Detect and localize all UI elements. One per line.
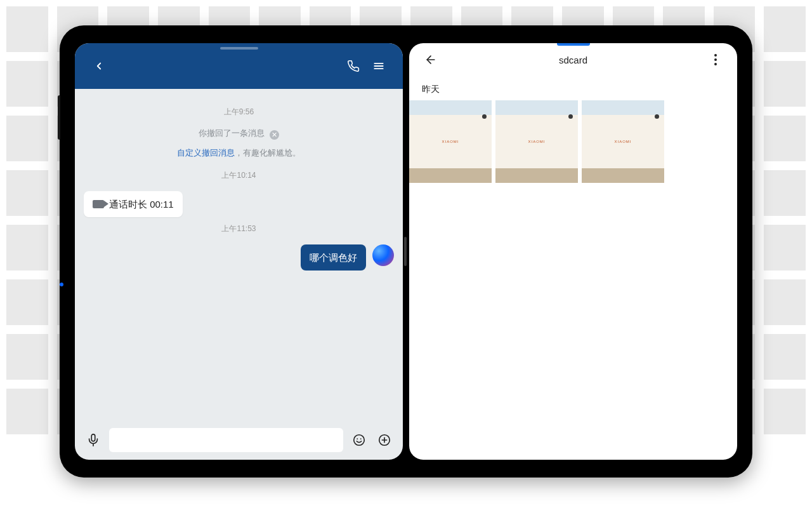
camera-dot-icon [482, 114, 487, 119]
gallery-title: sdcard [559, 55, 587, 65]
gallery-app-pane: sdcard 昨天 XIAOMI XIAOMI XIAOMI [409, 43, 737, 460]
thumbnail-brand-label: XIAOMI [614, 140, 631, 144]
video-icon [93, 200, 104, 208]
tab-indicator [557, 43, 590, 46]
drag-handle[interactable] [220, 47, 258, 50]
menu-button[interactable] [366, 53, 391, 79]
tablet-frame: 上午9:56 你撤回了一条消息 ✕ 自定义撤回消息，有趣化解尴尬。 上午10:1… [60, 25, 752, 478]
call-button[interactable] [341, 53, 366, 79]
back-button[interactable] [86, 53, 112, 79]
smile-icon [352, 433, 366, 447]
chat-app-pane: 上午9:56 你撤回了一条消息 ✕ 自定义撤回消息，有趣化解尴尬。 上午10:1… [75, 43, 403, 460]
timestamp: 上午9:56 [84, 107, 394, 117]
recall-notice: 你撤回了一条消息 ✕ [84, 128, 394, 140]
recall-hint-tail: ，有趣化解尴尬。 [235, 148, 301, 157]
add-button[interactable] [375, 431, 394, 450]
close-icon[interactable]: ✕ [270, 130, 279, 140]
arrow-left-icon [424, 53, 437, 66]
gallery-thumbnail[interactable]: XIAOMI [582, 100, 664, 183]
gallery-thumbnail-grid: XIAOMI XIAOMI XIAOMI [409, 100, 737, 183]
chat-message-list[interactable]: 上午9:56 你撤回了一条消息 ✕ 自定义撤回消息，有趣化解尴尬。 上午10:1… [75, 89, 403, 424]
more-vertical-icon [714, 54, 717, 65]
svg-point-5 [354, 435, 365, 446]
camera-dot-icon [568, 114, 573, 119]
camera-dot-icon [655, 114, 659, 119]
chat-input-bar [75, 424, 403, 460]
tablet-indicator-dot [60, 283, 63, 286]
chevron-left-icon [93, 60, 105, 72]
thumbnail-brand-label: XIAOMI [528, 140, 545, 144]
gallery-thumbnail[interactable]: XIAOMI [495, 100, 578, 183]
plus-circle-icon [377, 433, 391, 447]
thumbnail-brand-label: XIAOMI [442, 140, 459, 144]
svg-rect-3 [91, 434, 95, 441]
call-log-text: 通话时长 00:11 [109, 197, 174, 211]
outgoing-text: 哪个调色好 [310, 252, 357, 263]
timestamp: 上午11:53 [84, 224, 394, 234]
recall-custom-link[interactable]: 自定义撤回消息 [177, 148, 235, 157]
svg-point-6 [357, 438, 358, 439]
emoji-button[interactable] [350, 431, 369, 450]
avatar[interactable] [372, 244, 394, 266]
phone-icon [347, 60, 360, 72]
message-input[interactable] [109, 428, 343, 452]
voice-input-button[interactable] [84, 431, 103, 450]
microphone-icon [86, 433, 100, 447]
gallery-header: sdcard [409, 43, 737, 76]
gallery-more-button[interactable] [703, 47, 728, 72]
call-log-bubble[interactable]: 通话时长 00:11 [84, 191, 183, 217]
gallery-back-button[interactable] [418, 47, 443, 72]
recall-notice-text: 你撤回了一条消息 [199, 128, 265, 138]
split-view-handle[interactable] [404, 237, 407, 266]
timestamp: 上午10:14 [84, 170, 394, 181]
recall-hint: 自定义撤回消息，有趣化解尴尬。 [84, 147, 394, 159]
outgoing-bubble[interactable]: 哪个调色好 [301, 244, 366, 271]
svg-point-7 [360, 438, 362, 439]
gallery-thumbnail[interactable]: XIAOMI [409, 100, 492, 183]
chat-header [75, 43, 403, 89]
incoming-message-row: 通话时长 00:11 [84, 191, 394, 217]
menu-icon [372, 60, 385, 72]
outgoing-message-row: 哪个调色好 [84, 244, 394, 271]
gallery-section-header: 昨天 [409, 76, 737, 100]
